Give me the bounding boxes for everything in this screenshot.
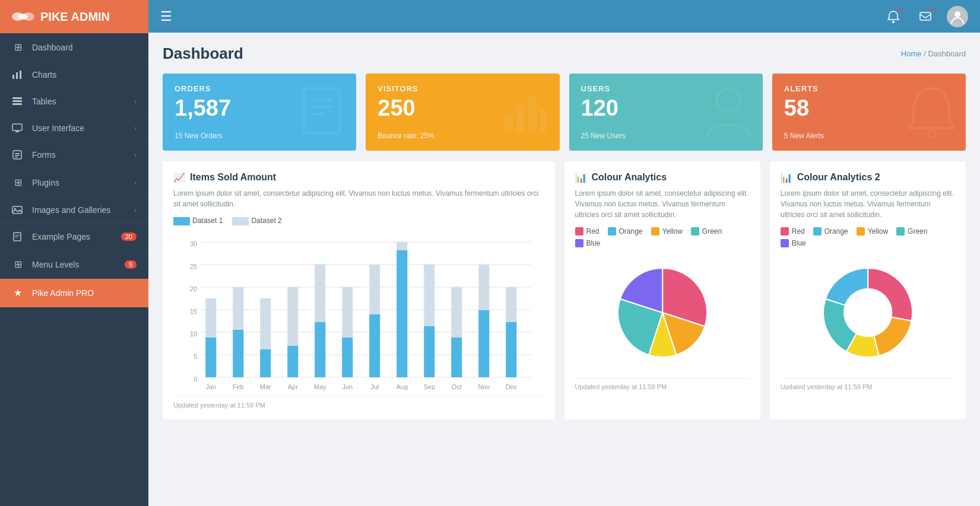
forms-icon — [12, 150, 24, 160]
bar-chart-header: 📈 Items Sold Amount — [173, 172, 544, 183]
pike-admin-pro-icon: ★ — [12, 287, 24, 298]
user-avatar[interactable] — [947, 6, 968, 27]
sidebar-label-forms: Forms — [32, 150, 126, 160]
pie1-label-yellow: Yellow — [662, 227, 683, 236]
messages-button[interactable] — [915, 6, 936, 27]
sidebar-label-tables: Tables — [32, 97, 126, 106]
svg-rect-6 — [12, 97, 22, 99]
bar-chart-footer: Updated yesterday at 11:59 PM — [173, 396, 544, 409]
svg-rect-13 — [15, 155, 20, 156]
menu-levels-badge: 9 — [125, 260, 137, 269]
visitors-icon — [502, 88, 549, 136]
svg-rect-5 — [20, 71, 21, 79]
user-interface-arrow: › — [134, 125, 137, 132]
sidebar: PIKE ADMIN ⊞ Dashboard Charts Tables › — [0, 0, 148, 506]
pie2-label-orange: Orange — [824, 227, 848, 236]
pie2-legend-orange: Orange — [813, 227, 848, 236]
sidebar-item-user-interface[interactable]: User Interface › — [0, 115, 148, 142]
pie2-header: 📊 Colour Analytics 2 — [781, 172, 955, 183]
sidebar-item-example-pages[interactable]: Example Pages 20 — [0, 224, 148, 250]
sidebar-item-charts[interactable]: Charts — [0, 62, 148, 88]
pie2-title: Colour Analytics 2 — [797, 172, 880, 183]
pie1-dot-red — [575, 227, 583, 236]
pie1-legend-orange: Orange — [608, 227, 643, 236]
pie1-legend: Red Orange Yellow Green — [575, 227, 750, 247]
svg-text:15: 15 — [190, 308, 197, 315]
svg-rect-3 — [12, 75, 14, 79]
sidebar-item-plugins[interactable]: ⊞ Plugins › — [0, 168, 148, 197]
alerts-icon — [908, 85, 955, 139]
sidebar-item-menu-levels[interactable]: ⊞ Menu Levels 9 — [0, 250, 148, 279]
bar-chart-svg: 0 5 10 15 20 25 30 — [173, 230, 544, 390]
topnav-right — [883, 6, 968, 27]
images-arrow: › — [134, 206, 137, 214]
svg-point-22 — [954, 11, 960, 17]
pie2-legend-red: Red — [781, 227, 805, 236]
pie1-label-blue: Blue — [586, 239, 601, 247]
svg-text:Oct: Oct — [452, 383, 462, 390]
charts-icon — [12, 70, 24, 79]
pie1-footer: Updated yesterday at 11:59 PM — [575, 378, 750, 390]
pie1-label-red: Red — [586, 227, 600, 236]
messages-badge — [930, 7, 935, 12]
sidebar-item-pike-admin-pro[interactable]: ★ Pike Admin PRO › — [0, 279, 148, 307]
brand-name: PIKE ADMIN — [40, 10, 110, 24]
hamburger-button[interactable]: ☰ — [160, 9, 172, 24]
pie2-legend-green: Green — [896, 227, 927, 236]
svg-point-2 — [18, 14, 28, 20]
svg-text:Aug: Aug — [396, 383, 408, 390]
bar-chart-card: 📈 Items Sold Amount Lorem ipsum dolor si… — [163, 161, 555, 419]
stat-card-orders: ORDERS 1,587 15 New Orders — [163, 74, 356, 151]
pie2-svg — [781, 253, 955, 372]
svg-text:May: May — [314, 383, 326, 390]
sidebar-item-forms[interactable]: Forms › — [0, 142, 148, 168]
pie1-svg — [575, 253, 750, 372]
pie2-chart-card: 📊 Colour Analytics 2 Lorem ipsum dolor s… — [770, 161, 966, 419]
svg-text:Mar: Mar — [260, 383, 271, 390]
svg-text:0: 0 — [194, 375, 197, 383]
breadcrumb-current: Dashboard — [928, 49, 966, 58]
svg-rect-18 — [15, 235, 20, 236]
notifications-button[interactable] — [883, 6, 904, 27]
sidebar-item-dashboard[interactable]: ⊞ Dashboard — [0, 33, 148, 62]
sidebar-label-plugins: Plugins — [32, 178, 126, 187]
pie1-chart-card: 📊 Colour Analytics Lorem ipsum dolor sit… — [564, 161, 760, 419]
pie2-label-yellow: Yellow — [868, 227, 888, 236]
pie1-dot-blue — [575, 239, 583, 247]
pie2-label-green: Green — [908, 227, 927, 236]
svg-rect-10 — [15, 131, 19, 132]
pie1-label-orange: Orange — [619, 227, 643, 236]
pie2-dot-blue — [781, 239, 789, 247]
svg-rect-8 — [12, 103, 22, 105]
sidebar-label-menu-levels: Menu Levels — [32, 260, 116, 269]
bar-apr-d1 — [287, 346, 298, 377]
bar-mar-d1 — [260, 349, 271, 377]
legend-dataset2: Dataset 2 — [232, 217, 281, 225]
page-header: Dashboard Home / Dashboard — [163, 44, 966, 63]
pie2-legend-yellow: Yellow — [857, 227, 888, 236]
breadcrumb-home[interactable]: Home — [901, 49, 922, 58]
svg-text:Jun: Jun — [342, 383, 353, 390]
bar-chart-icon: 📈 — [173, 172, 185, 183]
svg-rect-9 — [12, 124, 22, 131]
example-pages-icon — [12, 232, 24, 241]
bar-oct-d1 — [451, 338, 462, 377]
svg-text:Dec: Dec — [505, 383, 517, 390]
bar-jun-d1 — [342, 338, 353, 377]
breadcrumb: Home / Dashboard — [901, 49, 966, 58]
pie1-dot-orange — [608, 227, 616, 236]
main: ☰ Dashboard Home / Dashboard — [148, 0, 980, 506]
pie1-label-green: Green — [702, 227, 722, 236]
pie1-icon: 📊 — [575, 172, 587, 183]
svg-rect-23 — [304, 88, 340, 133]
bar-dec-d1 — [506, 322, 516, 377]
sidebar-item-tables[interactable]: Tables › — [0, 88, 148, 115]
pie2-label-blue: Blue — [792, 239, 806, 247]
bar-chart-title: Items Sold Amount — [190, 172, 276, 183]
plugins-icon: ⊞ — [12, 177, 24, 188]
stat-card-visitors: VISITORS 250 Bounce rate: 25% — [366, 74, 559, 151]
sidebar-item-images[interactable]: Images and Galleries › — [0, 197, 148, 224]
sidebar-label-images: Images and Galleries — [32, 205, 126, 215]
svg-rect-27 — [505, 115, 513, 132]
pike-admin-pro-arrow: › — [134, 289, 137, 297]
